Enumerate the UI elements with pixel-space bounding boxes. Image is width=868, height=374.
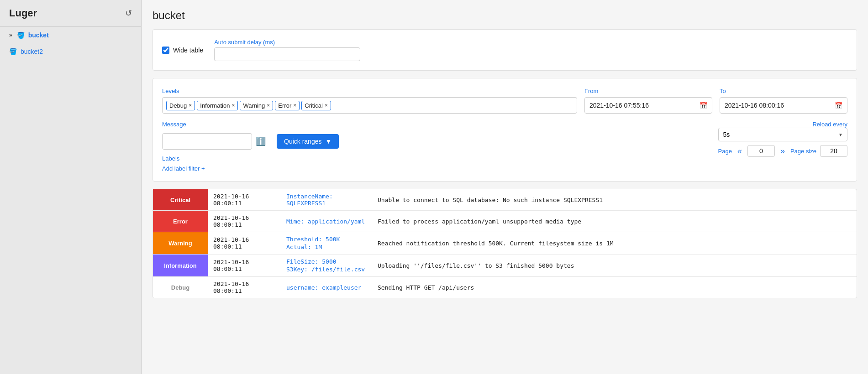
- app-title: Luger: [9, 7, 37, 19]
- from-datetime[interactable]: 2021-10-16 07:55:16 📅: [584, 97, 712, 114]
- next-page-button[interactable]: »: [779, 146, 787, 156]
- log-message-1: Failed to process application/yaml unsup…: [372, 211, 857, 232]
- right-controls: Reload every 5s 10s 30s 1m 5m Off Page: [718, 121, 848, 157]
- log-labels-4: username: exampleuser: [281, 277, 372, 298]
- log-timestamp-1: 2021-10-16 08:00:11: [208, 211, 281, 232]
- log-row[interactable]: Warning2021-10-16 08:00:11Threshold: 500…: [153, 232, 857, 255]
- quick-ranges-label: Quick ranges: [284, 138, 321, 145]
- info-icon[interactable]: ℹ️: [256, 136, 266, 146]
- calendar-icon-to: 📅: [835, 102, 842, 109]
- prev-page-button[interactable]: «: [736, 146, 744, 156]
- labels-row: Labels Add label filter +: [162, 155, 339, 172]
- tag-information: Information ×: [197, 101, 238, 110]
- calendar-icon-from: 📅: [700, 102, 707, 109]
- tags-input[interactable]: Debug × Information × Warning × Error ×: [162, 97, 577, 114]
- log-label-item: S3Key: /files/file.csv: [286, 266, 367, 273]
- tag-critical-remove[interactable]: ×: [325, 102, 328, 109]
- reload-label: Reload every: [718, 121, 848, 128]
- log-rows-container: Critical2021-10-16 08:00:11InstanceName:…: [153, 189, 857, 298]
- page-input[interactable]: [747, 145, 775, 157]
- tag-error-remove[interactable]: ×: [293, 102, 296, 109]
- tag-debug-label: Debug: [169, 102, 187, 109]
- log-message-4: Sending HTTP GET /api/users: [372, 277, 857, 298]
- from-section: From 2021-10-16 07:55:16 📅: [584, 88, 712, 114]
- sidebar-item-bucket2[interactable]: 🪣 bucket2: [0, 43, 141, 60]
- log-labels-1: Mime: application/yaml: [281, 211, 372, 232]
- filter-left-section: Message ℹ️ Quick ranges ▼ Labels Add lab…: [162, 121, 339, 172]
- filter-top-row: Levels Debug × Information × Warning ×: [162, 88, 847, 114]
- wide-table-checkbox[interactable]: [162, 47, 169, 54]
- pagination-row: Page « » Page size: [718, 145, 848, 157]
- log-label-item: Mime: application/yaml: [286, 218, 367, 225]
- reload-select[interactable]: 5s 10s 30s 1m 5m Off: [718, 128, 848, 141]
- message-input[interactable]: [162, 133, 252, 150]
- log-labels-3: FileSize: 5000S3Key: /files/file.csv: [281, 255, 372, 276]
- tag-critical: Critical ×: [301, 101, 331, 110]
- filter-bottom: Message ℹ️ Quick ranges ▼ Labels Add lab…: [162, 121, 847, 172]
- from-label: From: [584, 88, 712, 94]
- page-label: Page: [718, 148, 732, 155]
- page-size-input[interactable]: [820, 145, 847, 157]
- page-title: bucket: [153, 9, 857, 22]
- tag-critical-label: Critical: [305, 102, 323, 109]
- arrow-icon: »: [9, 32, 12, 38]
- log-label-item: username: exampleuser: [286, 284, 367, 291]
- tag-warning: Warning ×: [240, 101, 273, 110]
- to-datetime[interactable]: 2021-10-16 08:00:16 📅: [720, 97, 847, 114]
- log-message-0: Unable to connect to SQL database: No su…: [372, 189, 857, 210]
- sidebar: Luger ↺ » 🪣 bucket 🪣 bucket2: [0, 0, 142, 374]
- log-row[interactable]: Debug2021-10-16 08:00:11username: exampl…: [153, 277, 857, 298]
- log-labels-0: InstanceName: SQLEXPRESS1: [281, 189, 372, 210]
- wide-table-label: Wide table: [173, 47, 203, 54]
- filter-card: Levels Debug × Information × Warning ×: [153, 78, 857, 182]
- log-level-0: Critical: [153, 189, 208, 210]
- auto-submit-label: Auto submit delay (ms): [214, 39, 360, 46]
- page-size-label: Page size: [790, 148, 816, 155]
- log-timestamp-3: 2021-10-16 08:00:11: [208, 255, 281, 276]
- settings-row: Wide table Auto submit delay (ms) 1500: [162, 39, 847, 61]
- tag-error: Error ×: [275, 101, 300, 110]
- tag-debug-remove[interactable]: ×: [189, 102, 192, 109]
- log-message-2: Reached notification threshold 500K. Cur…: [372, 232, 857, 254]
- levels-section: Levels Debug × Information × Warning ×: [162, 88, 577, 114]
- bucket-icon: 🪣: [17, 31, 25, 39]
- add-label-link[interactable]: Add label filter +: [162, 165, 205, 172]
- log-table-card: Critical2021-10-16 08:00:11InstanceName:…: [153, 189, 857, 298]
- sidebar-header: Luger ↺: [0, 0, 141, 26]
- reload-select-wrapper: 5s 10s 30s 1m 5m Off: [718, 128, 848, 141]
- tag-debug: Debug ×: [166, 101, 195, 110]
- log-labels-2: Threshold: 500KActual: 1M: [281, 232, 372, 254]
- log-message-3: Uploading ''/files/file.csv'' to S3 fini…: [372, 255, 857, 276]
- log-timestamp-2: 2021-10-16 08:00:11: [208, 232, 281, 254]
- log-level-2: Warning: [153, 232, 208, 254]
- log-label-item: Actual: 1M: [286, 244, 367, 250]
- log-level-4: Debug: [153, 277, 208, 298]
- to-value: 2021-10-16 08:00:16: [725, 102, 784, 109]
- sidebar-item-label-2: bucket2: [21, 48, 43, 55]
- message-label: Message: [162, 121, 339, 128]
- quick-ranges-button[interactable]: Quick ranges ▼: [277, 134, 339, 149]
- bucket-icon-2: 🪣: [9, 48, 17, 55]
- tag-warning-remove[interactable]: ×: [267, 102, 270, 109]
- tag-warning-label: Warning: [243, 102, 265, 109]
- sidebar-item-label: bucket: [28, 31, 49, 39]
- tag-information-label: Information: [200, 102, 230, 109]
- log-row[interactable]: Information2021-10-16 08:00:11FileSize: …: [153, 255, 857, 277]
- message-row: ℹ️ Quick ranges ▼: [162, 133, 339, 150]
- settings-card: Wide table Auto submit delay (ms) 1500: [153, 29, 857, 71]
- tag-error-label: Error: [278, 102, 291, 109]
- log-level-3: Information: [153, 255, 208, 276]
- log-timestamp-4: 2021-10-16 08:00:11: [208, 277, 281, 298]
- to-label: To: [720, 88, 847, 94]
- sidebar-item-bucket[interactable]: » 🪣 bucket: [0, 27, 141, 43]
- log-label-item: InstanceName: SQLEXPRESS1: [286, 193, 367, 207]
- tag-information-remove[interactable]: ×: [231, 102, 235, 109]
- auto-submit-input[interactable]: 1500: [214, 47, 360, 61]
- reload-section: Reload every 5s 10s 30s 1m 5m Off: [718, 121, 848, 141]
- log-label-item: Threshold: 500K: [286, 236, 367, 243]
- log-row[interactable]: Critical2021-10-16 08:00:11InstanceName:…: [153, 189, 857, 211]
- refresh-icon[interactable]: ↺: [125, 8, 132, 18]
- wide-table-checkbox-label[interactable]: Wide table: [162, 47, 203, 54]
- log-level-1: Error: [153, 211, 208, 232]
- log-row[interactable]: Error2021-10-16 08:00:11Mime: applicatio…: [153, 211, 857, 232]
